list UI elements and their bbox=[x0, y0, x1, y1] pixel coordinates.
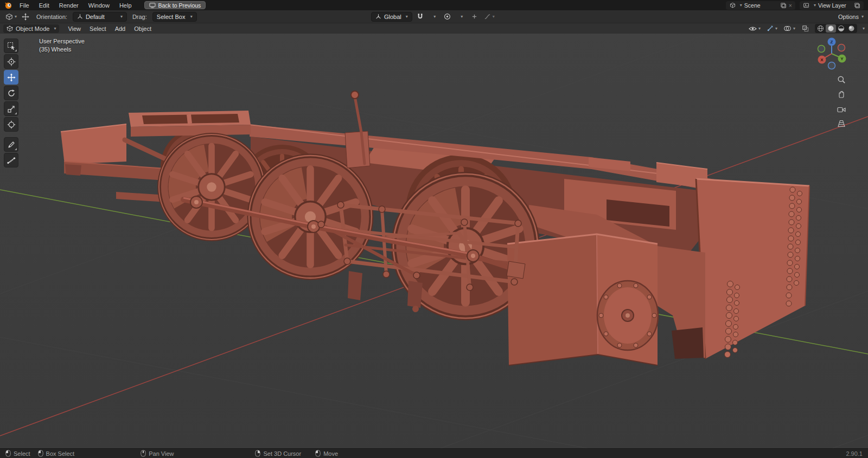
tool-transform[interactable] bbox=[4, 117, 18, 132]
menu-file[interactable]: File bbox=[15, 0, 34, 10]
transform-orientation-dropdown[interactable]: Global ▾ bbox=[371, 12, 412, 22]
tool-measure[interactable] bbox=[4, 153, 18, 167]
scene-icon bbox=[729, 2, 736, 9]
gizmo-z-neg-axis[interactable] bbox=[828, 62, 835, 69]
shading-material-button[interactable] bbox=[836, 24, 846, 33]
wireframe-sphere-icon bbox=[817, 25, 824, 32]
transform-orientation-icon bbox=[77, 14, 83, 20]
menu-object[interactable]: Object bbox=[130, 23, 156, 34]
mouse-right-icon bbox=[255, 450, 260, 457]
hint-box-select: Box Select bbox=[38, 450, 75, 457]
orientation-value: Default bbox=[86, 14, 105, 20]
new-view-layer-icon[interactable] bbox=[854, 2, 860, 9]
object-mode-icon bbox=[7, 25, 13, 32]
tool-move[interactable] bbox=[4, 70, 18, 85]
mode-selector[interactable]: Object Mode ▾ bbox=[3, 24, 59, 33]
proportional-editing-toggle[interactable] bbox=[442, 12, 453, 22]
drag-label: Drag: bbox=[132, 14, 147, 20]
buffer-beam bbox=[696, 179, 809, 359]
overlays-dropdown[interactable]: ▾ bbox=[782, 24, 796, 34]
rendered-sphere-icon bbox=[848, 25, 855, 32]
cylinder-block bbox=[507, 234, 658, 365]
gizmo-y-label: Y bbox=[840, 56, 844, 61]
unlink-scene-button[interactable]: × bbox=[789, 2, 792, 9]
viewport-nav-buttons bbox=[837, 75, 846, 128]
mouse-left-icon bbox=[5, 450, 11, 457]
tool-scale[interactable] bbox=[4, 101, 18, 116]
navigation-gizmo[interactable]: Z Y X bbox=[814, 35, 850, 70]
camera-view-button[interactable] bbox=[837, 104, 846, 114]
xray-toggle[interactable] bbox=[800, 24, 811, 34]
tool-annotate[interactable] bbox=[4, 137, 18, 152]
viewport-overlay-text: User Perspective (35) Wheels bbox=[39, 37, 85, 54]
snap-toggle[interactable] bbox=[415, 12, 426, 22]
mouse-left-drag-icon bbox=[38, 450, 43, 457]
tool-cursor[interactable] bbox=[4, 54, 18, 69]
object-visibility-dropdown[interactable]: ▾ bbox=[748, 24, 762, 34]
gizmos-dropdown[interactable]: ▾ bbox=[765, 24, 778, 34]
menu-edit[interactable]: Edit bbox=[34, 0, 54, 10]
menu-view[interactable]: View bbox=[63, 23, 85, 34]
scene-selector[interactable]: ▾ Scene × bbox=[726, 1, 795, 10]
move-tool-icon bbox=[7, 73, 16, 82]
snap-settings-dropdown[interactable]: ▾ bbox=[429, 12, 439, 22]
shading-wireframe-button[interactable] bbox=[815, 24, 826, 33]
new-scene-icon[interactable] bbox=[780, 2, 787, 9]
gizmo-x-neg-axis[interactable] bbox=[838, 44, 845, 51]
tool-select-box[interactable] bbox=[4, 38, 18, 53]
mouse-left-icon bbox=[315, 450, 321, 457]
editor-3d-viewport-icon bbox=[5, 13, 13, 21]
gizmo-y-neg-axis[interactable] bbox=[818, 46, 825, 53]
hint-pan-view: Pan View bbox=[141, 450, 174, 457]
orientation-label: Orientation: bbox=[36, 14, 67, 20]
active-tool-move-icon[interactable] bbox=[20, 12, 31, 22]
viewport-header: Object Mode ▾ View Select Add Object ▾ ▾… bbox=[0, 23, 868, 34]
viewport-header-right: ▾ ▾ ▾ bbox=[748, 23, 865, 34]
solid-sphere-icon bbox=[827, 25, 834, 32]
mode-selector-label: Object Mode bbox=[16, 25, 49, 32]
screen-icon bbox=[149, 3, 156, 8]
blender-logo-icon[interactable] bbox=[4, 1, 12, 9]
proportional-settings-dropdown[interactable]: ▾ bbox=[456, 12, 467, 22]
view-layer-selector[interactable]: ▾ View Layer bbox=[800, 1, 864, 10]
menu-render[interactable]: Render bbox=[54, 0, 84, 10]
global-orientation-icon bbox=[375, 14, 381, 20]
zoom-button[interactable] bbox=[837, 75, 846, 85]
view-layer-name: View Layer bbox=[818, 2, 852, 9]
pan-button[interactable] bbox=[837, 89, 846, 99]
orientation-dropdown[interactable]: Default ▾ bbox=[73, 12, 127, 22]
rotate-tool-icon bbox=[7, 89, 16, 98]
back-to-previous-button[interactable]: Back to Previous bbox=[144, 1, 206, 9]
locomotive-chassis-model[interactable] bbox=[61, 91, 809, 365]
tool-rotate[interactable] bbox=[4, 86, 18, 100]
editor-type-selector[interactable]: ▾ bbox=[4, 12, 18, 22]
view-perspective-label: User Perspective bbox=[39, 37, 85, 46]
plus-icon bbox=[471, 14, 477, 20]
menu-window[interactable]: Window bbox=[84, 0, 114, 10]
transform-tool-icon bbox=[7, 120, 16, 129]
camera-icon bbox=[837, 106, 846, 113]
reverser-lever bbox=[345, 91, 370, 168]
blender-version: 2.90.1 bbox=[846, 450, 863, 457]
options-button[interactable]: Options bbox=[838, 14, 859, 20]
viewport-canvas[interactable] bbox=[0, 34, 868, 448]
magnifier-icon bbox=[837, 75, 846, 84]
perspective-toggle-button[interactable] bbox=[837, 119, 846, 128]
gizmo-arrow-icon bbox=[767, 25, 774, 32]
shading-rendered-button[interactable] bbox=[846, 24, 857, 33]
3d-viewport[interactable]: User Perspective (35) Wheels bbox=[0, 34, 868, 448]
gizmo-z-label: Z bbox=[831, 40, 833, 44]
active-object-label: (35) Wheels bbox=[39, 46, 85, 54]
menu-help[interactable]: Help bbox=[114, 0, 137, 10]
overlays-icon bbox=[783, 25, 792, 31]
scene-name: Scene bbox=[744, 2, 778, 9]
shading-settings-dropdown[interactable]: ▾ bbox=[863, 27, 865, 31]
plus-toggle[interactable] bbox=[469, 12, 480, 22]
hint-move: Move bbox=[315, 450, 338, 457]
menu-select[interactable]: Select bbox=[85, 23, 111, 34]
menu-add[interactable]: Add bbox=[111, 23, 130, 34]
topbar: File Edit Render Window Help Back to Pre… bbox=[0, 0, 868, 10]
falloff-curve-dropdown[interactable]: ▾ bbox=[483, 12, 496, 22]
drag-dropdown[interactable]: Select Box ▾ bbox=[152, 12, 197, 22]
shading-solid-button[interactable] bbox=[826, 24, 836, 33]
